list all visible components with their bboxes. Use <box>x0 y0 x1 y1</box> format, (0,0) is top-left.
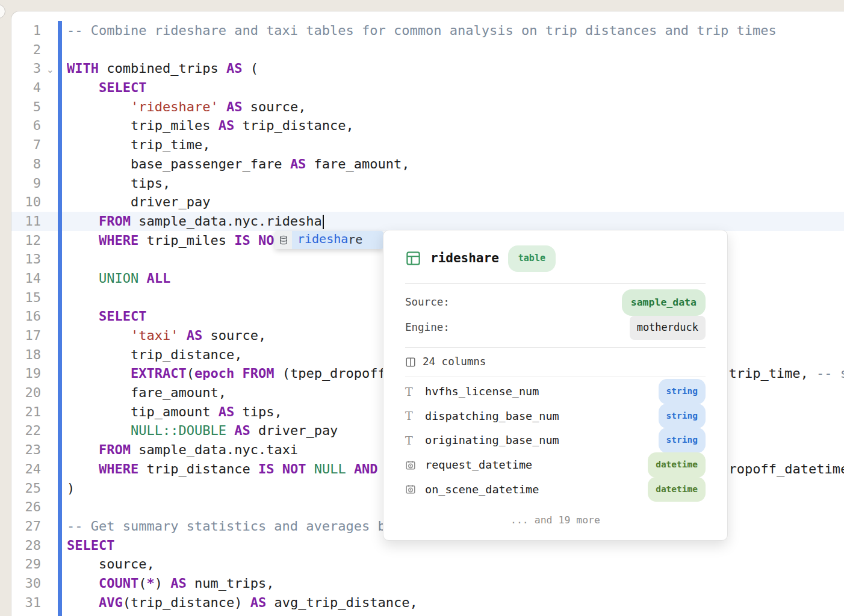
code-token: tips, <box>67 176 170 191</box>
code-line[interactable]: 7 trip_time, <box>11 135 844 155</box>
column-row: Thvfhs_license_numstring <box>405 380 706 404</box>
gutter <box>41 497 67 517</box>
columns-icon <box>405 357 416 368</box>
code-text: AVG(trip_distance) AS avg_trip_distance, <box>67 593 844 612</box>
line-number: 20 <box>11 383 41 402</box>
column-name: originating_base_num <box>425 431 659 450</box>
code-token <box>67 309 99 324</box>
code-token: trip_distance, <box>67 347 242 362</box>
columns-count: 24 columns <box>423 353 486 372</box>
column-name: request_datetime <box>425 455 648 475</box>
code-token: EXTRACT <box>131 366 187 381</box>
code-token: trip_time, <box>67 137 210 152</box>
code-token: fare_amount, <box>306 156 409 171</box>
code-token <box>219 99 226 114</box>
code-token: trip_time, <box>721 366 816 381</box>
code-line[interactable]: 5 'rideshare' AS source, <box>11 97 844 117</box>
code-token: AS <box>187 328 203 343</box>
code-line[interactable]: 1-- Combine rideshare and taxi tables fo… <box>11 21 844 40</box>
line-number: 10 <box>11 192 41 212</box>
code-token: AS <box>219 614 235 616</box>
code-line[interactable]: 6 trip_miles AS trip_distance, <box>11 116 844 135</box>
code-token: AVG <box>99 614 123 616</box>
line-number: 2 <box>11 40 41 60</box>
code-token: tip_amount <box>67 404 219 419</box>
gutter <box>41 383 67 402</box>
collapsed-widget-circle[interactable] <box>0 4 5 19</box>
code-token <box>234 366 242 381</box>
code-token: driver_pay <box>250 423 338 438</box>
column-name: on_scene_datetime <box>425 480 648 499</box>
code-token: ALL <box>146 271 170 286</box>
code-token: trip_distance, <box>234 118 354 133</box>
column-row: Tdispatching_base_numstring <box>405 404 706 428</box>
line-number: 27 <box>11 517 41 536</box>
autocomplete-dropdown[interactable]: rideshare <box>275 231 383 249</box>
code-token: NULL::DOUBLE <box>131 423 226 438</box>
code-token: fare_amount, <box>67 385 226 400</box>
code-text: driver_pay <box>67 192 844 212</box>
code-token: WHERE <box>99 233 138 248</box>
code-text: source, <box>67 555 844 574</box>
gutter <box>41 536 67 555</box>
gutter <box>41 21 67 40</box>
code-text: FROM sample_data.nyc.ridesha <box>67 212 844 231</box>
text-type-icon: T <box>405 410 418 422</box>
code-token: -- Combine rideshare and taxi tables for… <box>67 23 777 38</box>
code-token: num_trips, <box>187 576 275 591</box>
autocomplete-item-rideshare[interactable]: rideshare <box>292 231 383 249</box>
code-token: epoch <box>194 366 234 381</box>
code-token: source, <box>242 99 306 114</box>
line-number: 17 <box>11 326 41 345</box>
table-card-header: rideshare table <box>405 230 706 283</box>
code-token <box>67 366 131 381</box>
code-token <box>67 423 131 438</box>
gutter <box>41 288 67 307</box>
text-type-icon: T <box>405 435 418 446</box>
code-token: AS <box>234 423 250 438</box>
code-line[interactable]: 8 base_passenger_fare AS fare_amount, <box>11 155 844 174</box>
code-line[interactable]: 30 COUNT(*) AS num_trips, <box>11 574 844 593</box>
line-number: 22 <box>11 421 41 440</box>
code-token: AS <box>226 99 243 114</box>
engine-row: Engine: motherduck <box>405 315 706 340</box>
code-line[interactable]: 31 AVG(trip_distance) AS avg_trip_distan… <box>11 593 844 612</box>
code-token: trip_miles <box>138 233 234 248</box>
code-line[interactable]: 4 SELECT <box>11 78 844 97</box>
code-token: IS NOT <box>258 461 306 476</box>
editor-cell-panel: 1-- Combine rideshare and taxi tables fo… <box>11 11 844 616</box>
code-token <box>67 214 99 229</box>
column-type-badge: string <box>659 428 706 453</box>
code-token: (trip_distance) <box>123 595 250 610</box>
gutter <box>41 460 67 479</box>
gutter: ⌄ <box>41 59 67 78</box>
code-text: -- Combine rideshare and taxi tables for… <box>67 21 844 40</box>
code-line[interactable]: 9 tips, <box>11 174 844 193</box>
datetime-type-icon <box>405 484 418 494</box>
gutter <box>41 345 67 365</box>
code-token: driver_pay <box>67 194 210 209</box>
line-number: 28 <box>11 536 41 555</box>
gutter <box>41 212 67 231</box>
code-text: SELECT <box>67 78 844 97</box>
code-token: avg_trip_time, <box>234 614 354 616</box>
line-number: 31 <box>11 593 41 612</box>
line-number: 12 <box>11 231 41 250</box>
cell-accent-bar <box>58 21 62 616</box>
code-token: ( <box>187 366 194 381</box>
autocomplete-rest-text: re <box>348 231 362 249</box>
code-token: trip_miles <box>67 118 219 133</box>
line-number: 26 <box>11 497 41 517</box>
fold-chevron-icon[interactable]: ⌄ <box>46 61 54 78</box>
code-line[interactable]: 11 FROM sample_data.nyc.ridesha <box>11 212 844 231</box>
table-info-card: rideshare table Source: sample_data Engi… <box>383 230 728 541</box>
code-line[interactable]: 32 AVG(trip_time) AS avg_trip_time, <box>11 612 844 616</box>
code-line[interactable]: 2 <box>11 40 844 60</box>
code-line[interactable]: 3⌄WITH combined_trips AS ( <box>11 59 844 78</box>
code-line[interactable]: 29 source, <box>11 555 844 574</box>
code-line[interactable]: 10 driver_pay <box>11 192 844 212</box>
code-token <box>67 461 99 476</box>
table-name: rideshare <box>430 249 499 268</box>
gutter <box>41 593 67 612</box>
sql-editor[interactable]: 1-- Combine rideshare and taxi tables fo… <box>11 11 844 616</box>
